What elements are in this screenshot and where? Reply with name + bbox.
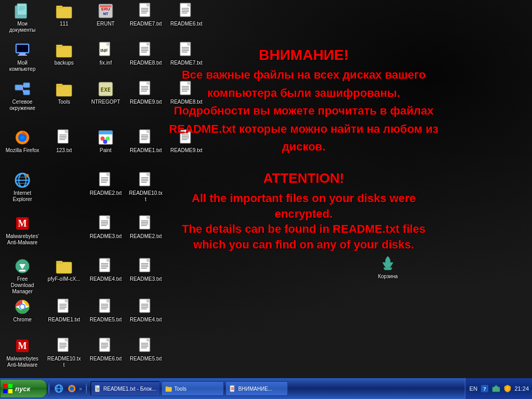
- taskbar-firefox-icon[interactable]: [66, 383, 78, 394]
- icon-label-my-docs: Мои документы: [4, 20, 41, 34]
- desktop-icon-fdm[interactable]: Free Download Manager: [4, 258, 41, 295]
- desktop-icon-ntregopt[interactable]: EXE NTREGOPT: [87, 81, 124, 106]
- desktop-icon-paint[interactable]: Paint: [87, 129, 124, 154]
- tray-network-icon[interactable]: [491, 384, 501, 393]
- svg-rect-175: [147, 299, 150, 302]
- desktop-icon-malwarebytes[interactable]: M Malwarebytes' Anti-Malware: [4, 215, 41, 246]
- svg-rect-116: [147, 172, 150, 176]
- tray-language-icon[interactable]: EN: [468, 384, 478, 393]
- icon-label-readme8: README8.txt: [129, 59, 163, 67]
- desktop-icon-erunt[interactable]: ERU NT ERUNT: [87, 3, 124, 28]
- desktop-icon-folder-111[interactable]: 111: [46, 3, 82, 28]
- svg-text:NT: NT: [103, 12, 108, 16]
- desktop-icon-readme3c[interactable]: README3.txt: [128, 258, 164, 283]
- icon-img-malwarebytes2: M: [14, 338, 31, 354]
- taskbar-task-attention[interactable]: ВНИМАНИЕ...: [225, 381, 288, 396]
- desktop-icon-korzina[interactable]: Корзина: [370, 255, 406, 280]
- desktop-icon-readme1[interactable]: README1.txt: [128, 129, 164, 154]
- tray-security-icon[interactable]: !: [503, 384, 512, 393]
- svg-rect-151: [147, 258, 150, 261]
- start-button[interactable]: пуск: [0, 379, 47, 398]
- desktop-icon-firefox[interactable]: Mozilla Firefox: [4, 129, 41, 154]
- svg-rect-67: [187, 81, 191, 84]
- svg-rect-125: [107, 216, 110, 219]
- desktop-icon-readme7[interactable]: README7.txt: [128, 3, 164, 28]
- desktop-icon-my-docs[interactable]: Мои документы: [4, 3, 41, 34]
- icon-img-readme2b: [137, 215, 154, 232]
- desktop-icon-network[interactable]: Сетевое окружение: [4, 81, 41, 112]
- icon-img-chrome: [14, 298, 31, 315]
- icon-label-readme3b: README3.txt: [88, 233, 123, 240]
- taskbar-quicklaunch-arrow[interactable]: »: [79, 386, 82, 392]
- desktop-icon-ie[interactable]: e Internet Explorer: [4, 172, 41, 203]
- icon-label-korzina: Корзина: [377, 273, 399, 280]
- svg-rect-33: [107, 42, 110, 45]
- desktop-icon-readme1b[interactable]: README1.txt: [46, 298, 82, 323]
- svg-rect-50: [23, 83, 30, 88]
- icon-label-folder-111: 111: [59, 20, 70, 28]
- desktop-icon-readme10b[interactable]: README10.txt: [46, 338, 82, 369]
- icon-label-pfyf: pfyF-oIM-cX...: [47, 276, 82, 283]
- desktop-icon-readme5b[interactable]: README5.txt: [128, 338, 164, 363]
- svg-rect-54: [56, 85, 72, 96]
- svg-rect-89: [147, 130, 150, 133]
- svg-rect-217: [166, 387, 172, 392]
- svg-point-211: [70, 386, 74, 391]
- svg-rect-1: [17, 4, 27, 15]
- desktop-icon-my-computer[interactable]: Мой компьютер: [4, 42, 41, 73]
- desktop-icon-readme2[interactable]: README2.txt: [87, 172, 124, 197]
- icon-img-readme1b: [56, 298, 72, 315]
- desktop-icon-readme2b[interactable]: README2.txt: [128, 215, 164, 240]
- desktop-icon-tools[interactable]: Tools: [46, 81, 82, 106]
- svg-text:INF: INF: [100, 48, 108, 53]
- desktop-icon-readme5[interactable]: README5.txt: [87, 298, 124, 323]
- windows-logo-icon: [3, 383, 13, 394]
- svg-rect-44: [187, 42, 191, 45]
- taskbar-task-readme[interactable]: README1.txt - Блок...: [91, 381, 160, 396]
- desktop-icon-fix-inf[interactable]: INF fix.inf: [87, 42, 124, 67]
- svg-rect-20: [187, 3, 191, 6]
- svg-rect-26: [17, 45, 28, 52]
- taskbar-ie-icon[interactable]: [53, 383, 65, 394]
- desktop-icon-readme10[interactable]: README10.txt: [128, 172, 164, 203]
- taskbar-task-label-tools: Tools: [174, 386, 186, 392]
- svg-rect-30: [56, 45, 62, 47]
- tray-help-icon[interactable]: ?: [480, 384, 489, 393]
- icon-label-readme9: README9.txt: [129, 98, 163, 106]
- icon-img-123txt: [56, 129, 72, 146]
- icon-label-network: Сетевое окружение: [4, 98, 41, 112]
- icon-img-readme3c: [137, 258, 154, 275]
- desktop-icon-backups[interactable]: backups: [46, 42, 82, 67]
- desktop-icon-readme7b[interactable]: README7.txt: [168, 42, 205, 67]
- desktop-icon-pfyf[interactable]: pfyF-oIM-cX...: [46, 258, 82, 283]
- desktop-icon-readme8b[interactable]: README8.txt: [168, 81, 205, 106]
- icon-label-tools: Tools: [57, 98, 71, 106]
- icon-img-readme1: [137, 129, 154, 146]
- icon-label-readme4: README4.txt: [88, 276, 123, 283]
- taskbar: пуск »: [0, 378, 532, 399]
- desktop-icon-readme6b[interactable]: README6.txt: [87, 338, 124, 363]
- desktop-icon-123txt[interactable]: 123.txt: [46, 129, 82, 154]
- icon-img-erunt: ERU NT: [97, 3, 114, 19]
- start-label: пуск: [15, 385, 30, 393]
- desktop-icon-readme8[interactable]: README8.txt: [128, 42, 164, 67]
- desktop-icon-readme4b[interactable]: README4.txt: [128, 298, 164, 323]
- icon-img-readme5: [97, 298, 114, 315]
- icon-label-readme1b: README1.txt: [47, 316, 81, 323]
- taskbar-task-tools[interactable]: Tools: [161, 381, 224, 396]
- svg-rect-225: [492, 387, 500, 392]
- desktop-icon-chrome[interactable]: Chrome: [4, 298, 41, 323]
- desktop-icon-readme3b[interactable]: README3.txt: [87, 215, 124, 240]
- desktop-icon-readme9[interactable]: README9.txt: [128, 81, 164, 106]
- svg-rect-191: [107, 338, 110, 341]
- desktop-icon-readme9b[interactable]: README9.txt: [168, 129, 205, 154]
- svg-rect-139: [19, 270, 26, 271]
- svg-rect-205: [3, 389, 7, 393]
- svg-point-86: [103, 140, 107, 144]
- icon-img-ntregopt: EXE: [97, 81, 114, 97]
- desktop-icon-readme6[interactable]: README6.txt: [168, 3, 205, 28]
- desktop-icon-readme4[interactable]: README4.txt: [87, 258, 124, 283]
- desktop: ВНИМАНИЕ! Все важные файлы на всех диска…: [0, 0, 532, 378]
- svg-text:EXE: EXE: [100, 86, 111, 93]
- desktop-icon-malwarebytes2[interactable]: M Malwarebytes Anti-Malware: [4, 338, 41, 369]
